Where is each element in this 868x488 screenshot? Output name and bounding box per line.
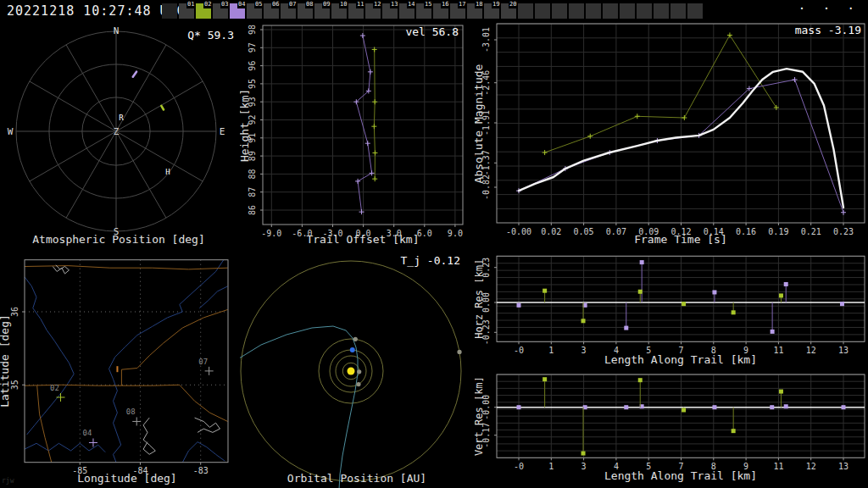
svg-text:0.23: 0.23	[833, 227, 854, 236]
frame-number: 04	[237, 1, 246, 8]
frame-number: 20	[509, 1, 517, 8]
frame-number: 16	[441, 1, 449, 8]
top-bar: 20221218 10:27:48 UTC 010203040506070809…	[0, 0, 868, 22]
frame-thumb[interactable]	[654, 3, 669, 19]
svg-text:11: 11	[773, 462, 783, 471]
frame-number: 02	[203, 1, 212, 8]
svg-text:-83: -83	[193, 466, 209, 475]
svg-text:Frame Time [s]: Frame Time [s]	[634, 233, 727, 246]
svg-text:0.19: 0.19	[768, 227, 788, 236]
frame-number: 12	[373, 1, 381, 8]
svg-text:Vert Res [km]: Vert Res [km]	[475, 376, 485, 456]
frame-thumb[interactable]	[687, 3, 703, 19]
svg-text:W: W	[8, 126, 14, 137]
frame-number: 11	[356, 1, 364, 8]
frame-number: 18	[475, 1, 483, 8]
svg-text:3: 3	[581, 346, 587, 355]
frame-number: 15	[424, 1, 432, 8]
svg-text:13: 13	[838, 462, 849, 471]
vertical-residuals-panel: -01345789111213-0.00-0.17Length Along Tr…	[475, 368, 868, 488]
svg-text:Longitude [deg]: Longitude [deg]	[77, 472, 176, 485]
frame-thumb[interactable]	[518, 3, 533, 19]
svg-text:35: 35	[10, 380, 19, 390]
svg-text:Height [km]: Height [km]	[240, 89, 251, 162]
svg-text:vel 56.8: vel 56.8	[405, 25, 459, 38]
frame-thumb[interactable]	[620, 3, 635, 19]
svg-text:1: 1	[548, 462, 554, 471]
svg-text:97: 97	[248, 42, 257, 53]
more-options-icon[interactable]: · · ·	[798, 2, 860, 15]
trail-offset-panel: -9.0-6.0-3.00.03.06.09.09897969593929189…	[240, 22, 475, 252]
svg-text:Length Along Trail [km]: Length Along Trail [km]	[604, 469, 757, 482]
svg-text:Length Along Trail [km]: Length Along Trail [km]	[604, 353, 757, 366]
svg-text:Absolute Magnitude: Absolute Magnitude	[475, 64, 485, 183]
frame-thumb[interactable]	[535, 3, 550, 19]
svg-text:Orbital Position [AU]: Orbital Position [AU]	[287, 472, 426, 485]
svg-text:Trail Offset [km]: Trail Offset [km]	[306, 233, 419, 246]
svg-text:-0.00: -0.00	[506, 227, 531, 236]
svg-text:-0: -0	[514, 346, 524, 355]
svg-text:88: 88	[248, 169, 257, 179]
svg-text:-9.0: -9.0	[261, 229, 281, 238]
svg-text:1: 1	[548, 346, 554, 355]
frame-number: 19	[492, 1, 500, 8]
frame-number: 06	[271, 1, 280, 8]
frame-number: 13	[390, 1, 398, 8]
svg-text:02: 02	[50, 384, 59, 392]
svg-text:87: 87	[248, 187, 257, 197]
svg-text:Latitude [deg]: Latitude [deg]	[0, 314, 11, 408]
frame-thumb[interactable]	[670, 3, 686, 19]
svg-text:H: H	[165, 168, 170, 176]
svg-text:12: 12	[806, 462, 816, 471]
frame-thumb[interactable]	[637, 3, 652, 19]
frame-thumb[interactable]	[552, 3, 567, 19]
svg-text:13: 13	[838, 346, 849, 355]
svg-text:0.05: 0.05	[574, 227, 594, 236]
svg-text:9.0: 9.0	[448, 229, 463, 238]
ground-map-panel: 02040708-85-84-833635Longitude [deg]Lati…	[0, 252, 240, 488]
svg-text:12: 12	[806, 346, 816, 355]
svg-text:07: 07	[198, 358, 208, 366]
svg-text:3: 3	[581, 462, 587, 471]
svg-text:36: 36	[10, 307, 19, 317]
svg-text:R: R	[119, 114, 124, 122]
watermark: rjw	[2, 477, 14, 485]
orbital-position-panel: T_j -0.12Orbital Position [AU]	[240, 252, 475, 488]
frame-number: 09	[322, 1, 331, 8]
frame-thumb[interactable]	[586, 3, 601, 19]
frame-number: 03	[220, 1, 229, 8]
frame-number: 17	[458, 1, 466, 8]
svg-text:E: E	[220, 126, 225, 137]
svg-text:T_j -0.12: T_j -0.12	[401, 254, 460, 267]
frame-strip: 0102030405060708091011121314151617181920	[0, 0, 868, 22]
svg-text:Atmospheric Position [deg]: Atmospheric Position [deg]	[32, 233, 205, 246]
svg-text:0.21: 0.21	[801, 227, 821, 236]
horizontal-residuals-panel: -013457891112130.230.00-0.23Length Along…	[475, 251, 868, 369]
svg-text:0.02: 0.02	[541, 227, 561, 236]
svg-text:08: 08	[126, 408, 136, 416]
svg-text:96: 96	[248, 61, 257, 71]
svg-text:N: N	[114, 25, 120, 36]
light-curve-panel: -0.000.020.050.070.090.120.140.160.190.2…	[475, 22, 868, 252]
frame-number: 01	[186, 1, 195, 8]
svg-text:-0: -0	[514, 462, 524, 471]
atmospheric-position-panel: NSEWZRHQ* 59.3Atmospheric Position [deg]	[0, 22, 240, 252]
svg-text:Z: Z	[114, 126, 120, 137]
frame-number: 08	[305, 1, 314, 8]
svg-text:95: 95	[248, 79, 257, 89]
svg-text:04: 04	[83, 429, 92, 437]
svg-text:11: 11	[773, 346, 783, 355]
frame-thumb[interactable]	[569, 3, 584, 19]
frame-thumb[interactable]	[603, 3, 618, 19]
svg-text:Q* 59.3: Q* 59.3	[187, 29, 234, 42]
svg-text:98: 98	[248, 25, 257, 35]
app-window: 20221218 10:27:48 UTC 010203040506070809…	[0, 0, 868, 488]
frame-thumb[interactable]	[162, 3, 177, 19]
svg-text:Horz Res [km]: Horz Res [km]	[475, 259, 485, 339]
frame-number: 10	[339, 1, 348, 8]
frame-number: 14	[407, 1, 415, 8]
frame-number: 05	[254, 1, 263, 8]
svg-text:-3.01: -3.01	[481, 27, 491, 53]
svg-text:0.16: 0.16	[736, 227, 756, 236]
svg-text:mass -3.19: mass -3.19	[795, 24, 861, 36]
